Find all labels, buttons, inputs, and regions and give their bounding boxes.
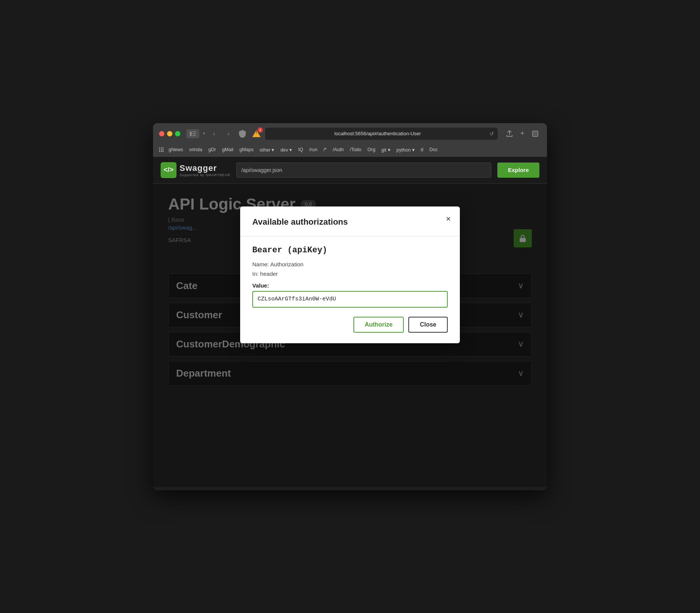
swagger-body: API Logic Server 0.0 [ Base /api/swag...… [153, 184, 547, 487]
value-input[interactable] [252, 291, 448, 308]
forward-btn[interactable]: › [223, 128, 234, 139]
bookmark-gmaps[interactable]: gMaps [237, 146, 256, 153]
share-btn[interactable] [504, 128, 515, 139]
bookmark-todo[interactable]: /Todo [347, 146, 364, 153]
browser-action-btns: + [504, 128, 541, 139]
bookmark-org[interactable]: Org [365, 146, 378, 153]
available-authorizations-modal: Available authorizations × Bearer (apiKe… [240, 206, 460, 343]
name-label: Name: [252, 261, 269, 267]
warning-count-badge: 1 [258, 127, 263, 133]
swagger-logo: </> Swagger Supported by SMARTBEAR [161, 162, 230, 178]
back-btn[interactable]: ‹ [208, 128, 220, 139]
bookmark-gmail[interactable]: gMail [219, 146, 236, 153]
bookmark-auth[interactable]: /Auth [330, 146, 346, 153]
in-value: header [260, 271, 278, 277]
bookmark-git[interactable]: git ▾ [379, 146, 393, 154]
value-label: Value: [252, 282, 448, 289]
svg-rect-1 [192, 131, 196, 132]
browser-content: </> Swagger Supported by SMARTBEAR /api/… [153, 157, 547, 490]
bookmark-dev[interactable]: dev ▾ [278, 146, 295, 154]
bearer-title: Bearer (apiKey) [252, 246, 448, 255]
bookmark-gnews[interactable]: gNews [166, 146, 186, 153]
bookmarks-bar: gNews orinda gDr gMail gMaps other ▾ dev… [159, 144, 541, 157]
new-tab-btn[interactable]: + [517, 128, 528, 139]
svg-rect-2 [192, 133, 196, 134]
name-field-row: Name: Authorization [252, 261, 448, 267]
sidebar-toggle-btn[interactable] [186, 129, 199, 138]
swagger-text: Swagger Supported by SMARTBEAR [180, 163, 230, 177]
explore-btn[interactable]: Explore [497, 163, 539, 178]
url-text: localhost:5656/api#/authentication-User [269, 131, 486, 136]
swagger-url-text: /api/swagger.json [241, 167, 282, 173]
close-window-btn[interactable] [159, 131, 164, 136]
bookmark-d[interactable]: d [418, 146, 426, 153]
browser-window: ▾ ‹ › ! 1 localhost:5656/api#/authentica… [153, 123, 547, 490]
bookmark-python[interactable]: python ▾ [394, 146, 417, 154]
svg-rect-3 [192, 135, 196, 136]
traffic-lights [159, 131, 180, 136]
in-label: In: [252, 271, 259, 277]
bookmark-iq[interactable]: IQ [295, 146, 306, 153]
svg-rect-0 [190, 131, 192, 136]
authorize-btn[interactable]: Authorize [353, 317, 404, 333]
fullscreen-window-btn[interactable] [175, 131, 180, 136]
bookmark-doc[interactable]: Doc [427, 146, 441, 153]
in-field-row: In: header [252, 271, 448, 277]
modal-overlay: Available authorizations × Bearer (apiKe… [153, 184, 547, 487]
modal-actions: Authorize Close [252, 317, 448, 333]
bookmark-comment[interactable]: /* [321, 146, 329, 153]
browser-chrome: ▾ ‹ › ! 1 localhost:5656/api#/authentica… [153, 123, 547, 157]
bookmark-run[interactable]: /run [306, 146, 320, 153]
swagger-header: </> Swagger Supported by SMARTBEAR /api/… [153, 157, 547, 184]
reload-btn[interactable]: ↺ [489, 131, 494, 137]
bookmark-gdr[interactable]: gDr [206, 146, 219, 153]
modal-close-x-btn[interactable]: × [446, 214, 451, 224]
name-value: Authorization [270, 261, 304, 267]
sidebar-toggle-chevron: ▾ [203, 131, 205, 136]
bookmark-other[interactable]: other ▾ [257, 146, 277, 154]
apps-grid-icon[interactable] [159, 147, 164, 152]
url-bar[interactable]: localhost:5656/api#/authentication-User … [265, 128, 498, 140]
swagger-tagline: Supported by SMARTBEAR [180, 173, 230, 177]
warning-badge: ! 1 [251, 128, 262, 139]
shield-icon [237, 128, 248, 139]
svg-rect-5 [533, 132, 537, 136]
modal-divider [240, 236, 460, 236]
swagger-name: Swagger [180, 163, 230, 173]
swagger-url-input[interactable]: /api/swagger.json [236, 163, 491, 178]
modal-title: Available authorizations [252, 217, 448, 227]
browser-titlebar: ▾ ‹ › ! 1 localhost:5656/api#/authentica… [159, 128, 541, 140]
minimize-window-btn[interactable] [167, 131, 172, 136]
bookmark-orinda[interactable]: orinda [186, 146, 205, 153]
tabs-overview-btn[interactable] [530, 128, 541, 139]
modal-close-btn[interactable]: Close [408, 317, 448, 333]
swagger-icon: </> [161, 162, 177, 178]
bearer-section: Bearer (apiKey) Name: Authorization In: … [252, 246, 448, 308]
